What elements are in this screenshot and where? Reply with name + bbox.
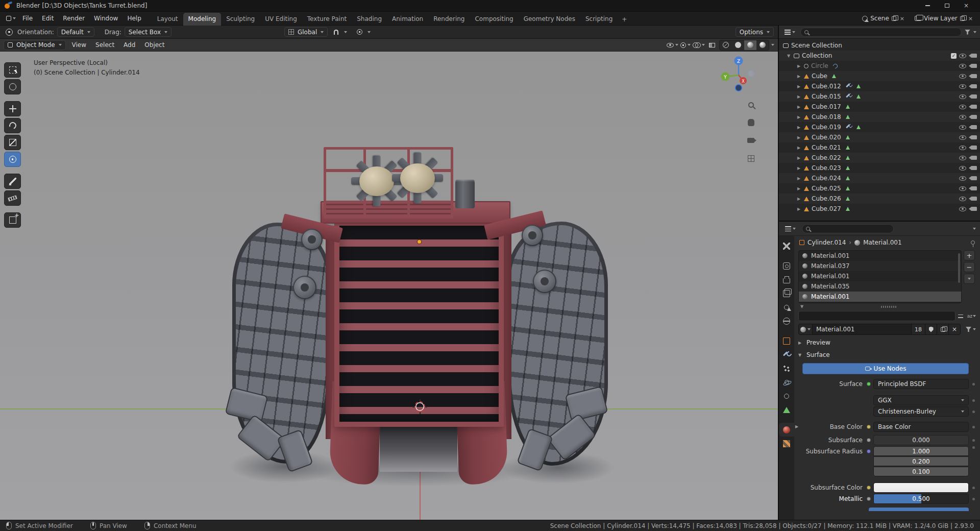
material-slot-row[interactable]: Material.001 bbox=[799, 251, 961, 261]
camera-icon[interactable] bbox=[971, 146, 977, 150]
tool-cursor-button[interactable] bbox=[4, 79, 21, 94]
camera-icon[interactable] bbox=[971, 156, 977, 160]
camera-icon[interactable] bbox=[971, 186, 977, 190]
swap-icon[interactable] bbox=[958, 314, 965, 319]
properties-tab-constraints[interactable] bbox=[779, 389, 794, 403]
properties-tab-render[interactable] bbox=[779, 259, 794, 273]
properties-tab-modifiers[interactable] bbox=[779, 348, 794, 361]
vector-component-field[interactable]: 0.200 bbox=[873, 456, 969, 466]
eye-icon[interactable] bbox=[959, 166, 966, 171]
properties-search-input[interactable] bbox=[813, 225, 890, 232]
workspace-tab-compositing[interactable]: Compositing bbox=[470, 13, 518, 26]
tool-transform-button[interactable] bbox=[4, 152, 21, 167]
expand-icon[interactable]: ▼ bbox=[786, 54, 791, 58]
outliner-row-cube-022[interactable]: ▶Cube.022 bbox=[779, 153, 980, 163]
use-nodes-button[interactable]: Use Nodes bbox=[802, 363, 969, 374]
camera-icon[interactable] bbox=[971, 74, 977, 78]
properties-tab-physics[interactable] bbox=[779, 375, 794, 389]
resize-grip[interactable] bbox=[881, 306, 896, 308]
camera-icon[interactable] bbox=[971, 166, 977, 170]
camera-icon[interactable] bbox=[971, 115, 977, 119]
tool-move-button[interactable] bbox=[4, 101, 21, 116]
slot-specials-button[interactable] bbox=[964, 274, 975, 284]
eye-icon[interactable] bbox=[959, 115, 966, 119]
camera-icon[interactable] bbox=[971, 135, 977, 139]
properties-tab-texture[interactable] bbox=[779, 437, 794, 450]
viewport-menu-view[interactable]: View bbox=[67, 39, 91, 51]
new-scene-icon[interactable] bbox=[892, 16, 896, 21]
workspace-tab-rendering[interactable]: Rendering bbox=[428, 13, 470, 26]
tool-rotate-button[interactable] bbox=[4, 118, 21, 133]
drag-dropdown[interactable]: Select Box bbox=[125, 27, 172, 37]
surface-panel-header[interactable]: ▼ Surface bbox=[794, 349, 980, 361]
expand-icon[interactable]: ▶ bbox=[796, 186, 801, 191]
workspace-tab-shading[interactable]: Shading bbox=[352, 13, 387, 26]
menu-file[interactable]: File bbox=[18, 13, 37, 24]
eye-icon[interactable] bbox=[959, 54, 966, 58]
filter-chevron-icon[interactable] bbox=[973, 31, 976, 33]
outliner-row-circle[interactable]: ▶Circle bbox=[779, 61, 980, 71]
expand-icon[interactable]: ▶ bbox=[796, 146, 801, 150]
workspace-tab-sculpting[interactable]: Sculpting bbox=[221, 13, 260, 26]
outliner-row-cube-019[interactable]: ▶Cube.019 bbox=[779, 122, 980, 132]
expand-icon[interactable]: ▶ bbox=[796, 74, 801, 79]
shading-solid-button[interactable] bbox=[732, 40, 744, 50]
tool-add-cube-button[interactable] bbox=[4, 212, 21, 228]
outliner-row-collection[interactable]: ▼Collection✓ bbox=[779, 51, 980, 61]
outliner-row-cube-015[interactable]: ▶Cube.015 bbox=[779, 91, 980, 102]
menu-render[interactable]: Render bbox=[58, 13, 89, 24]
properties-editor-selector[interactable] bbox=[783, 226, 798, 231]
vector-component-field[interactable]: 1.000 bbox=[873, 446, 969, 456]
expand-icon[interactable]: ▶ bbox=[796, 84, 801, 89]
camera-icon[interactable] bbox=[971, 125, 977, 129]
viewport-menu-select[interactable]: Select bbox=[91, 39, 119, 51]
vector-component-field[interactable]: 0.100 bbox=[873, 467, 969, 476]
outliner-row-cube-012[interactable]: ▶Cube.012 bbox=[779, 81, 980, 91]
viewport-menu-object[interactable]: Object bbox=[140, 39, 169, 51]
unlink-material-button[interactable]: × bbox=[948, 324, 961, 335]
eye-icon[interactable] bbox=[959, 105, 966, 109]
shading-options-chevron-icon[interactable] bbox=[771, 44, 774, 46]
expand-icon[interactable]: ▶ bbox=[796, 135, 801, 140]
prop-dropdown-christensen-burley[interactable]: Christensen-Burley bbox=[873, 406, 969, 417]
tool-measure-button[interactable] bbox=[4, 190, 21, 206]
outliner-row-cube[interactable]: ▶Cube bbox=[779, 71, 980, 81]
eye-icon[interactable] bbox=[959, 146, 966, 150]
properties-tab-material[interactable] bbox=[779, 423, 794, 437]
prop-menu-principled-bsdf[interactable]: Principled BSDF bbox=[873, 379, 969, 389]
eye-icon[interactable] bbox=[959, 135, 966, 140]
material-slot-row[interactable]: Material.037 bbox=[799, 261, 961, 271]
tool-select-box-button[interactable] bbox=[4, 62, 21, 78]
eye-icon[interactable] bbox=[959, 84, 966, 89]
expand-icon[interactable]: ▶ bbox=[796, 176, 801, 181]
eye-icon[interactable] bbox=[959, 156, 966, 160]
properties-tab-object[interactable] bbox=[779, 334, 794, 348]
camera-icon[interactable] bbox=[971, 197, 977, 201]
new-material-button[interactable] bbox=[937, 324, 949, 335]
outliner-row-cube-027[interactable]: ▶Cube.027 bbox=[779, 204, 980, 214]
close-button[interactable]: × bbox=[957, 0, 976, 11]
eye-icon[interactable] bbox=[959, 94, 966, 99]
sort-alphabetical-icon[interactable]: az bbox=[967, 313, 976, 319]
outliner-row-cube-018[interactable]: ▶Cube.018 bbox=[779, 112, 980, 122]
properties-options-chevron-icon[interactable] bbox=[973, 228, 976, 230]
view-layer-selector[interactable]: View Layer × bbox=[913, 14, 976, 23]
workspace-tab-animation[interactable]: Animation bbox=[387, 13, 428, 26]
camera-icon[interactable] bbox=[971, 84, 977, 88]
menu-help[interactable]: Help bbox=[122, 13, 145, 24]
workspace-tab-geometry-nodes[interactable]: Geometry Nodes bbox=[519, 13, 580, 26]
viewport-menu-add[interactable]: Add bbox=[119, 39, 140, 51]
prop-menu-base-color[interactable]: Base Color bbox=[873, 422, 969, 432]
workspace-tab-texture-paint[interactable]: Texture Paint bbox=[302, 13, 352, 26]
material-users-button[interactable]: 18 bbox=[911, 324, 925, 335]
outliner-search[interactable] bbox=[800, 28, 962, 37]
workspace-tab-uv-editing[interactable]: UV Editing bbox=[260, 13, 302, 26]
material-filter[interactable] bbox=[966, 327, 976, 332]
proportional-editing-button[interactable] bbox=[354, 27, 364, 37]
tool-annotate-button[interactable] bbox=[4, 174, 21, 189]
transform-orientation-dropdown[interactable]: Global bbox=[284, 27, 328, 37]
prop-dropdown-ggx[interactable]: GGX bbox=[873, 395, 969, 405]
overlays-button[interactable] bbox=[693, 40, 705, 50]
shading-wireframe-button[interactable] bbox=[720, 40, 732, 50]
outliner-search-input[interactable] bbox=[811, 29, 958, 36]
